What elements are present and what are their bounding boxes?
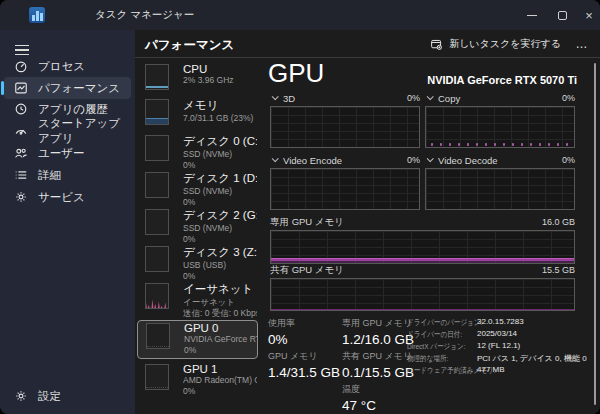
chevron-down-icon: [272, 93, 279, 100]
engine-copy: Copy 0%: [425, 92, 575, 148]
perf-item-disk2[interactable]: ディスク 2 (G:) SSD (NVMe) 0%: [137, 207, 258, 242]
stat-dedicated-memory: 専用 GPU メモリ 1.2/16.0 GB: [342, 317, 414, 347]
gpu-device-name: NVIDIA GeForce RTX 5070 Ti: [427, 74, 577, 86]
gpu-panel-title: GPU: [268, 58, 324, 89]
ethernet-mini-chart: [145, 283, 169, 309]
run-new-task-label: 新しいタスクを実行する: [449, 37, 561, 51]
performance-icon: [13, 81, 28, 96]
titlebar: タスク マネージャー ×: [0, 0, 600, 30]
perf-item-disk1[interactable]: ディスク 1 (D:) SSD (NVMe) 0%: [137, 170, 258, 205]
selection-accent-bar: [1, 81, 4, 95]
engine-selector-video-decode[interactable]: Video Decode 0%: [425, 154, 575, 166]
disk1-mini-chart: [145, 172, 169, 198]
sidebar-item-startup-apps[interactable]: スタートアップ アプリ: [4, 120, 131, 142]
task-manager-app-icon: [29, 7, 45, 23]
run-new-task-icon: [430, 38, 443, 51]
sidebar-item-details[interactable]: 詳細: [4, 164, 131, 186]
settings-gear-icon: [13, 389, 28, 404]
maximize-icon: [558, 11, 567, 20]
disk0-mini-chart: [145, 135, 169, 161]
startup-apps-icon: [13, 124, 28, 139]
sidebar-item-services[interactable]: サービス: [4, 186, 131, 208]
engine-video-decode-value: 0%: [562, 155, 575, 165]
engine-video-encode: Video Encode 0%: [270, 154, 420, 210]
dedicated-memory-header: 専用 GPU メモリ 16.0 GB: [270, 216, 575, 228]
engine-3d: 3D 0%: [270, 92, 420, 148]
gpu-detail-panel: GPU NVIDIA GeForce RTX 5070 Ti 3D 0% Cop…: [260, 58, 600, 414]
stat-usage: 使用率 0%: [268, 317, 295, 347]
engine-3d-value: 0%: [407, 93, 420, 103]
gpu1-mini-chart: [145, 364, 169, 390]
processes-icon: [13, 59, 28, 74]
engine-video-encode-chart[interactable]: [270, 168, 420, 210]
sidebar-item-label: 設定: [38, 389, 61, 404]
task-manager-window: タスク マネージャー × プロセス パフォーマンス アプリの履歴 スタートアップ…: [0, 0, 600, 414]
details-icon: [13, 168, 28, 183]
stat-gpu-memory: GPU メモリ 1.4/31.5 GB: [268, 350, 340, 380]
engine-video-decode-chart[interactable]: [425, 168, 575, 210]
services-icon: [13, 190, 28, 205]
dedicated-memory-chart[interactable]: [270, 230, 575, 264]
perf-item-disk3[interactable]: ディスク 3 (Z:) USB (USB) 0%: [137, 244, 258, 279]
maximize-button[interactable]: [548, 0, 576, 30]
close-button[interactable]: ×: [578, 0, 600, 30]
sidebar-item-label: サービス: [38, 190, 85, 205]
window-title: タスク マネージャー: [95, 8, 194, 22]
perf-item-gpu0[interactable]: GPU 0 NVIDIA GeForce RTX 5070 Ti 0%: [137, 320, 258, 359]
engine-selector-video-encode[interactable]: Video Encode 0%: [270, 154, 420, 166]
sidebar: プロセス パフォーマンス アプリの履歴 スタートアップ アプリ ユーザー 詳細 …: [0, 30, 135, 414]
engine-selector-3d[interactable]: 3D 0%: [270, 92, 420, 104]
perf-item-gpu1[interactable]: GPU 1 AMD Radeon(TM) Graphics 0%: [137, 362, 258, 399]
cpu-mini-chart: [145, 64, 169, 90]
perf-item-ethernet[interactable]: イーサネット イーサネット 送信: 0 受信: 0 Kbps: [137, 281, 258, 318]
stat-shared-memory: 共有 GPU メモリ 0.1/15.5 GB: [342, 350, 414, 380]
stat-temperature: 温度 47 °C: [342, 383, 376, 413]
disk2-mini-chart: [145, 209, 169, 235]
chevron-down-icon: [427, 155, 434, 162]
performance-list: CPU 2% 3.96 GHz メモリ 7.0/31.1 GB (23%) ディ…: [135, 58, 260, 414]
sidebar-item-users[interactable]: ユーザー: [4, 142, 131, 164]
engine-copy-value: 0%: [562, 93, 575, 103]
perf-item-cpu[interactable]: CPU 2% 3.96 GHz: [137, 62, 258, 95]
vertical-scrollbar[interactable]: [594, 63, 596, 405]
engine-video-decode: Video Decode 0%: [425, 154, 575, 210]
disk3-mini-chart: [145, 246, 169, 272]
engine-video-encode-value: 0%: [407, 155, 420, 165]
dedicated-memory-max: 16.0 GB: [542, 217, 575, 227]
app-history-icon: [13, 102, 28, 117]
content-toolbar: パフォーマンス 新しいタスクを実行する …: [135, 30, 600, 58]
sidebar-item-label: ユーザー: [38, 146, 85, 161]
memory-mini-chart: [145, 99, 169, 125]
sidebar-item-label: パフォーマンス: [38, 81, 120, 96]
chevron-down-icon: [272, 155, 279, 162]
sidebar-item-settings[interactable]: 設定: [4, 385, 131, 407]
sidebar-item-processes[interactable]: プロセス: [4, 55, 131, 77]
sidebar-item-label: 詳細: [38, 168, 61, 183]
engine-selector-copy[interactable]: Copy 0%: [425, 92, 575, 104]
sidebar-item-label: プロセス: [38, 59, 85, 74]
chevron-down-icon: [427, 93, 434, 100]
minimize-button[interactable]: [518, 0, 546, 30]
perf-item-memory[interactable]: メモリ 7.0/31.1 GB (23%): [137, 97, 258, 130]
perf-item-disk0[interactable]: ディスク 0 (C:) SSD (NVMe) 0%: [137, 133, 258, 168]
users-icon: [13, 146, 28, 161]
shared-memory-chart[interactable]: [270, 278, 575, 311]
page-title: パフォーマンス: [145, 37, 234, 54]
gpu0-mini-chart: [146, 323, 170, 349]
run-new-task-button[interactable]: 新しいタスクを実行する: [424, 33, 567, 55]
shared-memory-header: 共有 GPU メモリ 15.5 GB: [270, 264, 575, 276]
minimize-icon: [527, 15, 537, 16]
engine-copy-chart[interactable]: [425, 106, 575, 148]
engine-3d-chart[interactable]: [270, 106, 420, 148]
more-options-button[interactable]: …: [570, 33, 594, 55]
shared-memory-max: 15.5 GB: [542, 265, 575, 275]
sidebar-item-label: アプリの履歴: [38, 102, 108, 117]
sidebar-item-performance[interactable]: パフォーマンス: [4, 77, 131, 99]
